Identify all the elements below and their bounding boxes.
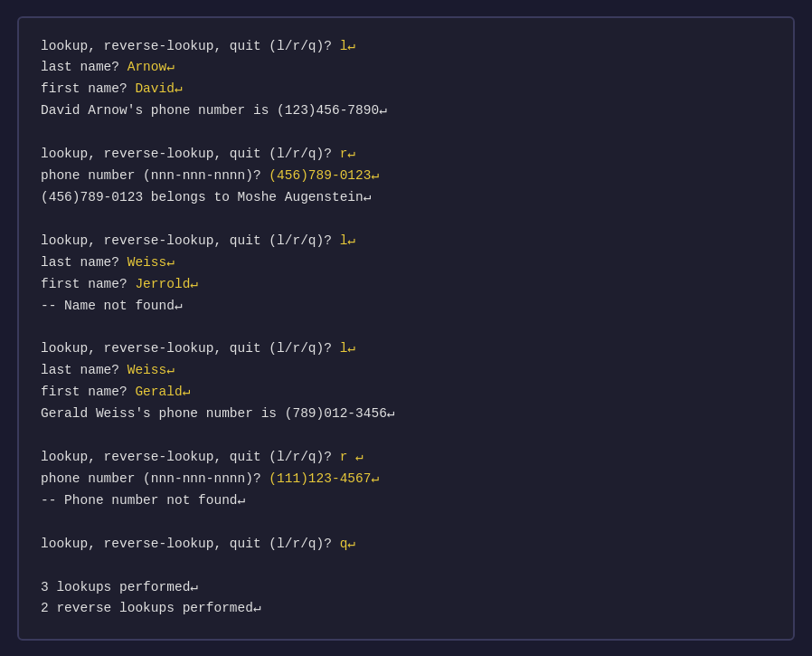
terminal-line: phone number (nnn-nnn-nnnn)? (111)123-45… (41, 469, 771, 490)
terminal-line-input: David↵ (135, 81, 182, 96)
terminal-line: lookup, reverse-lookup, quit (l/r/q)? q↵ (41, 534, 771, 556)
terminal-blank-line (41, 425, 771, 447)
terminal-line-text: 3 lookups performed↵ (41, 580, 198, 594)
terminal-line-input: l↵ (340, 233, 355, 248)
terminal-line-input: r ↵ (340, 450, 364, 464)
terminal-line-text: first name? (41, 385, 135, 399)
terminal-line: lookup, reverse-lookup, quit (l/r/q)? l↵ (41, 338, 771, 360)
terminal-line-text: -- Name not found↵ (41, 299, 183, 313)
terminal-line-text: lookup, reverse-lookup, quit (l/r/q)? (41, 341, 340, 356)
terminal-line-input: Gerald↵ (135, 385, 190, 399)
terminal-line-input: l↵ (340, 341, 355, 356)
terminal-line: -- Phone number not found↵ (41, 490, 771, 512)
terminal-line: last name? Weiss↵ (41, 360, 771, 382)
terminal-line-text: phone number (nnn-nnn-nnnn)? (41, 471, 269, 486)
terminal-line-input: r↵ (340, 147, 355, 161)
terminal-line-text: lookup, reverse-lookup, quit (l/r/q)? (41, 537, 340, 551)
terminal-line-text: first name? (41, 277, 135, 291)
terminal-line-text: lookup, reverse-lookup, quit (l/r/q)? (41, 450, 340, 464)
terminal-line-input: l↵ (340, 39, 355, 53)
terminal-blank-line (41, 209, 771, 231)
terminal-window: lookup, reverse-lookup, quit (l/r/q)? l↵… (17, 16, 795, 641)
terminal-line-input: Weiss↵ (127, 363, 175, 377)
terminal-line: (456)789-0123 belongs to Moshe Augenstei… (41, 187, 771, 209)
terminal-line-input: Arnow↵ (127, 60, 175, 74)
terminal-line-text: (456)789-0123 belongs to Moshe Augenstei… (41, 190, 372, 204)
terminal-line: -- Name not found↵ (41, 296, 771, 318)
terminal-output: lookup, reverse-lookup, quit (l/r/q)? l↵… (41, 36, 771, 621)
terminal-line: first name? Jerrold↵ (41, 274, 771, 296)
terminal-blank-line (41, 512, 771, 534)
terminal-line: David Arnow's phone number is (123)456-7… (41, 100, 771, 122)
terminal-line-text: Gerald Weiss's phone number is (789)012-… (41, 406, 395, 421)
terminal-blank-line (41, 556, 771, 577)
terminal-line: first name? Gerald↵ (41, 382, 771, 404)
terminal-line: phone number (nnn-nnn-nnnn)? (456)789-01… (41, 166, 771, 187)
terminal-line: lookup, reverse-lookup, quit (l/r/q)? l↵ (41, 36, 771, 58)
terminal-line-text: last name? (41, 255, 127, 270)
terminal-line: first name? David↵ (41, 79, 771, 100)
terminal-blank-line (41, 317, 771, 338)
terminal-line-text: David Arnow's phone number is (123)456-7… (41, 103, 387, 118)
terminal-line: Gerald Weiss's phone number is (789)012-… (41, 404, 771, 425)
terminal-blank-line (41, 122, 771, 144)
terminal-line-input: Weiss↵ (127, 255, 175, 270)
terminal-line-text: -- Phone number not found↵ (41, 493, 245, 508)
terminal-line: lookup, reverse-lookup, quit (l/r/q)? l↵ (41, 231, 771, 252)
terminal-line: last name? Arnow↵ (41, 57, 771, 79)
terminal-line-text: first name? (41, 81, 135, 96)
terminal-line: 3 lookups performed↵ (41, 577, 771, 599)
terminal-line-input: Jerrold↵ (135, 277, 198, 291)
terminal-line: last name? Weiss↵ (41, 252, 771, 274)
terminal-line: lookup, reverse-lookup, quit (l/r/q)? r↵ (41, 144, 771, 166)
terminal-line: lookup, reverse-lookup, quit (l/r/q)? r … (41, 447, 771, 469)
terminal-line-input: q↵ (340, 537, 355, 551)
terminal-line-text: phone number (nnn-nnn-nnnn)? (41, 168, 269, 183)
terminal-line: 2 reverse lookups performed↵ (41, 598, 771, 620)
terminal-line-text: last name? (41, 363, 127, 377)
terminal-line-text: lookup, reverse-lookup, quit (l/r/q)? (41, 233, 340, 248)
terminal-line-text: lookup, reverse-lookup, quit (l/r/q)? (41, 147, 340, 161)
terminal-line-text: lookup, reverse-lookup, quit (l/r/q)? (41, 39, 340, 53)
terminal-line-text: 2 reverse lookups performed↵ (41, 601, 261, 615)
terminal-line-input: (456)789-0123↵ (269, 168, 379, 183)
terminal-line-input: (111)123-4567↵ (269, 471, 379, 486)
terminal-line-text: last name? (41, 60, 127, 74)
